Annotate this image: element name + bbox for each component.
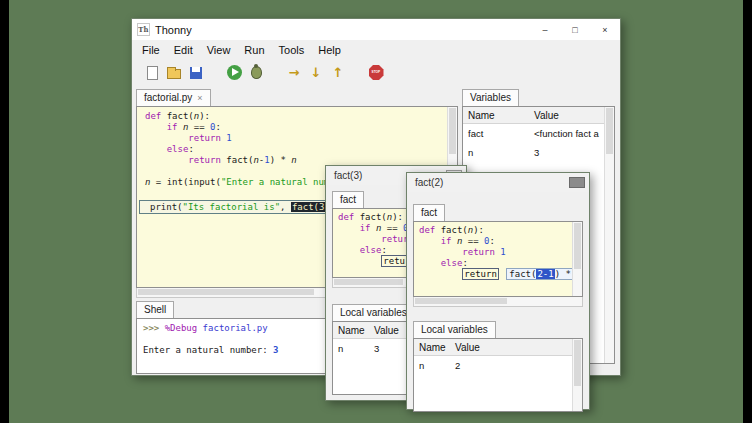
menu-edit[interactable]: Edit <box>167 42 200 58</box>
stop-icon <box>369 65 384 80</box>
fact2-locals-table: NameValuen2 <box>414 339 572 411</box>
toolbar <box>132 59 620 86</box>
new-file-button[interactable] <box>142 63 162 83</box>
code-line: return 1 <box>419 247 570 258</box>
fact2-tabrow: fact <box>413 204 589 221</box>
close-button[interactable]: × <box>590 19 620 40</box>
menu-view[interactable]: View <box>200 42 238 58</box>
menu-file[interactable]: File <box>135 42 167 58</box>
table-row[interactable]: n2 <box>414 356 572 375</box>
table-header: NameValue <box>463 107 604 124</box>
editor-vscroll-thumb[interactable] <box>449 108 456 154</box>
step-over-button[interactable] <box>284 63 304 83</box>
fact2-locals-panel: NameValuen2 <box>413 338 583 412</box>
step-out-button[interactable] <box>328 63 348 83</box>
menu-run[interactable]: Run <box>237 42 271 58</box>
fact2-code[interactable]: def fact(n): if n == 0: return 1 else: r… <box>413 221 583 297</box>
fact2-titlebar[interactable]: fact(2) <box>407 173 589 192</box>
fact3-locals-label: Local variables <box>340 307 407 318</box>
fact2-title: fact(2) <box>415 177 569 188</box>
code-line: if n == 0: <box>419 236 570 247</box>
variables-tab-label: Variables <box>470 92 511 103</box>
code-line: def fact(n): <box>419 225 570 236</box>
code-line: else: <box>145 144 445 155</box>
fact3-locals-tab[interactable]: Local variables <box>332 304 415 321</box>
fact2-tab[interactable]: fact <box>413 204 445 221</box>
variables-vscrollbar[interactable] <box>604 107 614 363</box>
editor-tabrow: factorial.py × <box>136 86 458 106</box>
save-icon <box>190 67 202 79</box>
debug-script-button[interactable] <box>246 63 266 83</box>
bug-icon <box>251 66 262 79</box>
screen: Thonny – □ × File Edit View Run Tools He… <box>0 0 752 423</box>
titlebar[interactable]: Thonny – □ × <box>132 19 620 40</box>
fact2-hscrollbar[interactable] <box>413 297 583 307</box>
run-script-button[interactable] <box>224 63 244 83</box>
stop-restart-button[interactable] <box>366 63 386 83</box>
code-line: def fact(n): <box>145 111 445 122</box>
run-icon <box>227 65 242 80</box>
shell-tab[interactable]: Shell <box>136 301 174 318</box>
minimize-button[interactable]: – <box>530 19 560 40</box>
fact2-vscroll-thumb[interactable] <box>574 223 581 269</box>
table-header: NameValue <box>414 339 572 356</box>
open-folder-icon <box>167 69 181 79</box>
menu-tools[interactable]: Tools <box>272 42 312 58</box>
fact2-code-lines: def fact(n): if n == 0: return 1 else: r… <box>414 222 582 280</box>
frame-window-fact2: fact(2) fact def fact(n): if n == 0: ret… <box>406 172 590 410</box>
tab-factorial-py[interactable]: factorial.py × <box>136 89 211 106</box>
desktop: Thonny – □ × File Edit View Run Tools He… <box>9 0 743 423</box>
tab-label: factorial.py <box>144 92 192 103</box>
variables-tab[interactable]: Variables <box>462 89 519 106</box>
fact3-tab-label: fact <box>340 194 356 205</box>
step-over-icon <box>289 66 300 79</box>
fact2-locals-tab[interactable]: Local variables <box>413 321 496 338</box>
shell-tab-label: Shell <box>144 304 166 315</box>
variables-tabrow: Variables <box>462 86 615 106</box>
open-file-button[interactable] <box>164 63 184 83</box>
window-controls: – □ × <box>530 19 620 40</box>
fact2-locals-vscrollbar[interactable] <box>572 339 582 411</box>
table-row[interactable]: fact<function fact a <box>463 124 604 143</box>
tab-close-icon[interactable]: × <box>197 93 202 103</box>
window-title: Thonny <box>155 24 530 36</box>
step-out-icon <box>333 66 344 79</box>
code-line: return fact(2-1) * n <box>419 269 570 280</box>
code-line: return 1 <box>145 133 445 144</box>
fact3-tab[interactable]: fact <box>332 191 364 208</box>
fact2-vscrollbar[interactable] <box>572 222 582 296</box>
new-file-icon <box>147 66 158 80</box>
step-into-icon <box>311 66 322 79</box>
fact2-window-button[interactable] <box>569 177 585 188</box>
code-line: if n == 0: <box>145 122 445 133</box>
editor-hscroll-thumb[interactable] <box>138 289 314 295</box>
fact2-locals-tabrow: Local variables <box>413 321 589 338</box>
menubar: File Edit View Run Tools Help <box>132 40 620 59</box>
variables-vscroll-thumb[interactable] <box>606 108 613 154</box>
fact2-locals-vscroll-thumb[interactable] <box>574 340 581 386</box>
fact2-tab-label: fact <box>421 207 437 218</box>
fact3-hscroll-thumb[interactable] <box>334 279 403 285</box>
table-row[interactable]: n3 <box>463 143 604 162</box>
maximize-button[interactable]: □ <box>560 19 590 40</box>
fact2-hscroll-thumb[interactable] <box>415 298 507 304</box>
fact2-locals-label: Local variables <box>421 324 488 335</box>
menu-help[interactable]: Help <box>311 42 348 58</box>
step-into-button[interactable] <box>306 63 326 83</box>
thonny-app-icon <box>137 23 150 36</box>
save-file-button[interactable] <box>186 63 206 83</box>
